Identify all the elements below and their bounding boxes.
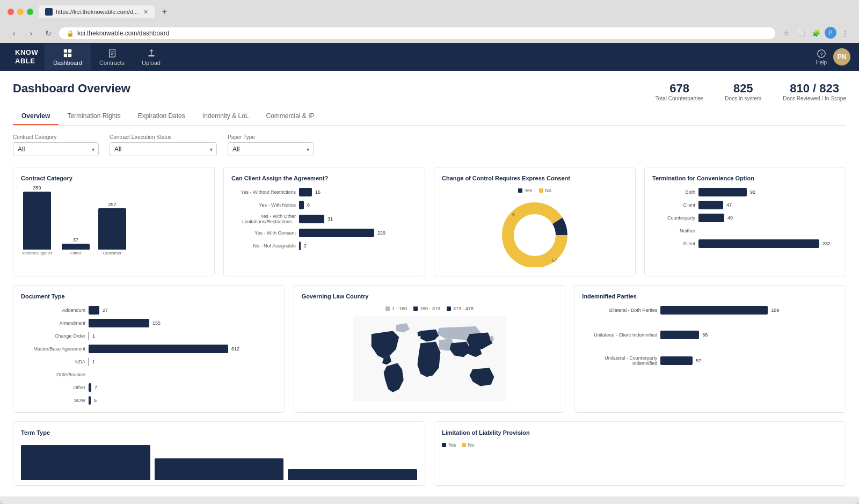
forward-button[interactable]: ›: [25, 27, 38, 40]
map-legend-dot-3: [447, 306, 451, 311]
assign-label-2: Yes - With Notice: [231, 202, 296, 208]
filter-category: Contract Category All: [13, 134, 99, 156]
bookmark-icon[interactable]: ☆: [780, 27, 792, 40]
assign-bar-1: [299, 188, 312, 196]
term-row-silent: Silent 232: [652, 239, 838, 248]
help-button[interactable]: ? Help: [816, 49, 827, 65]
world-map-svg: [302, 316, 558, 401]
tab-expiration[interactable]: Expiration Dates: [129, 108, 194, 125]
donut-legend: Yes No: [518, 188, 551, 193]
indem-val-counterparty: 57: [696, 358, 701, 363]
doc-row-nda: NDA 1: [21, 357, 277, 366]
indem-label-client: Unilateral - Client Indemnified: [582, 332, 657, 338]
doc-bar-change-order: [89, 332, 89, 340]
term-bar-silent: [698, 239, 819, 248]
map-legend-1: 1 - 160: [385, 306, 407, 311]
stat-docs-in-system: 825 Docs in system: [725, 82, 761, 101]
browser-window: https://kci.theknowable.com/d... ✕ + ‹ ›…: [0, 0, 859, 504]
svg-text:?: ?: [820, 50, 823, 56]
svg-point-11: [508, 208, 562, 262]
filter-execution-wrapper: All: [110, 142, 217, 156]
tab-overview[interactable]: Overview: [13, 108, 59, 125]
lol-legend-no: No: [462, 442, 475, 448]
address-bar: ‹ › ↻ 🔒 kci.theknowable.com/dashboard ☆ …: [0, 24, 859, 43]
map-legend-dot-2: [413, 306, 418, 311]
filters-row: Contract Category All Contract Execution…: [13, 134, 846, 156]
tab-termination[interactable]: Termination Rights: [59, 108, 129, 125]
logo-line1: KNOW: [15, 48, 38, 57]
tab-close-icon[interactable]: ✕: [143, 9, 148, 16]
tab-commercial[interactable]: Commercial & IP: [258, 108, 323, 125]
nav-contracts[interactable]: Contracts: [91, 44, 133, 70]
maximize-button[interactable]: [27, 9, 33, 15]
governing-law-map: 1 - 160 160 - 319 319 - 478: [302, 306, 558, 401]
lol-legend-yes-dot: [442, 443, 446, 447]
assign-val-1: 16: [315, 189, 321, 195]
secure-icon: 🔒: [67, 30, 74, 37]
doc-label-other: Other: [21, 385, 85, 390]
chart-document-type: Document Type Addendum 27 Amendment 155: [13, 285, 285, 413]
indem-row-client: Unilateral - Client Indemnified 68: [582, 331, 838, 339]
profile-icon[interactable]: P: [825, 27, 836, 39]
user-avatar[interactable]: PN: [833, 48, 850, 65]
chart-indemnified-title: Indemnified Parties: [582, 293, 838, 300]
chart-lol-title: Limitation of Liability Provision: [442, 429, 838, 436]
term-label-silent: Silent: [652, 241, 695, 246]
filter-paper-select[interactable]: All: [228, 142, 314, 156]
app-logo: KNOW ABLE: [9, 44, 45, 69]
filter-category-select[interactable]: All: [13, 142, 99, 156]
minimize-button[interactable]: [17, 9, 24, 15]
new-tab-button[interactable]: +: [158, 5, 171, 18]
filter-category-wrapper: All: [13, 142, 99, 156]
lol-legend-yes: Yes: [442, 442, 456, 448]
assign-row-3: Yes - With Other Limitations/Restriction…: [231, 214, 417, 224]
legend-no-dot: [539, 188, 543, 193]
stat-reviewed-label: Docs Reviewed / In-Scope: [783, 96, 846, 101]
map-legend: 1 - 160 160 - 319 319 - 478: [385, 306, 474, 311]
nav-upload[interactable]: Upload: [133, 44, 169, 70]
assign-val-2: 6: [307, 202, 310, 208]
doc-val-change-order: 1: [92, 333, 95, 339]
term-row-counterparty: Counterparty 49: [652, 214, 838, 222]
termination-bars: Both 92 Client 47 Counterparty 49: [652, 188, 838, 248]
map-legend-label-3: 319 - 478: [453, 306, 474, 311]
extensions-icon[interactable]: 🧩: [810, 27, 822, 40]
screenshot-icon[interactable]: ⬜: [795, 27, 807, 40]
menu-icon[interactable]: ⋮: [839, 27, 851, 40]
term-label-counterparty: Counterparty: [652, 215, 695, 221]
active-tab[interactable]: https://kci.theknowable.com/d... ✕: [39, 5, 155, 18]
upload-icon: [147, 48, 156, 58]
reload-button[interactable]: ↻: [42, 27, 55, 40]
term-label-both: Both: [652, 189, 695, 195]
doc-val-master: 612: [231, 346, 239, 352]
main-content: Dashboard Overview 678 Total Counterpart…: [0, 71, 859, 496]
doc-type-bars: Addendum 27 Amendment 155 Change Order: [21, 306, 277, 405]
back-button[interactable]: ‹: [8, 27, 20, 40]
chart-doc-type-title: Document Type: [21, 293, 277, 300]
close-button[interactable]: [8, 9, 14, 15]
doc-row-addendum: Addendum 27: [21, 306, 277, 315]
doc-val-other: 7: [94, 385, 97, 390]
stats-row: 678 Total Counterparties 825 Docs in sys…: [656, 82, 846, 101]
contract-category-bars: 359 Vendor/Supplier 37 Other 257: [21, 188, 207, 268]
lol-legend-yes-label: Yes: [448, 442, 456, 448]
indem-bar-counterparty: [660, 356, 693, 365]
tab-favicon: [45, 8, 53, 16]
url-field[interactable]: 🔒 kci.theknowable.com/dashboard: [59, 27, 775, 39]
assign-row-5: No - Not Assignable 2: [231, 242, 417, 250]
bar-vendor: 359 Vendor/Supplier: [21, 185, 53, 255]
chart-indemnified-parties: Indemnified Parties Bilateral - Both Par…: [574, 285, 846, 413]
indem-spacer-2: [582, 344, 838, 351]
indem-bar-bilateral: [660, 306, 768, 315]
doc-row-order-invoice: Order/Invoice: [21, 370, 277, 379]
tab-indemnity[interactable]: Indemnity & LoL: [194, 108, 258, 125]
chart-term-type: Term Type: [13, 421, 425, 486]
bar-vendor-bar: [23, 192, 51, 250]
nav-dashboard[interactable]: Dashboard: [45, 44, 91, 70]
bar-customer: 257 Customer: [98, 202, 126, 255]
filter-execution-select[interactable]: All: [110, 142, 217, 156]
donut-yes-label: 6: [512, 212, 515, 217]
chart-assign-agreement: Can Client Assign the Agreement? Yes - W…: [223, 167, 425, 276]
assign-label-1: Yes - Without Restrictions: [231, 189, 296, 195]
assign-bar-5: [299, 242, 301, 250]
